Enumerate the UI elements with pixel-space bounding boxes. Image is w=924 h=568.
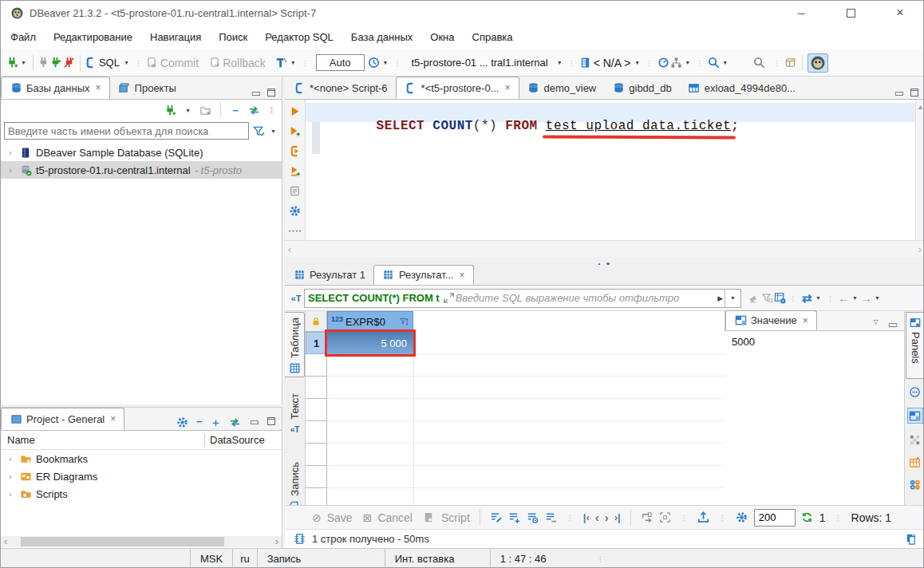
- panels-toggle[interactable]: Panels: [906, 312, 924, 379]
- disconnect-all-icon[interactable]: [63, 57, 76, 69]
- tab-project-general[interactable]: Project - General ×: [1, 408, 124, 430]
- project-expand-icon[interactable]: ＋: [211, 416, 221, 430]
- expander-icon[interactable]: ›: [6, 148, 15, 157]
- column-name[interactable]: Name: [1, 434, 204, 446]
- tab-databases-close-icon[interactable]: ×: [96, 82, 101, 93]
- execute-script-new-icon[interactable]: [289, 164, 302, 177]
- project-collapse-icon[interactable]: −: [196, 416, 203, 430]
- transaction-log-icon[interactable]: [368, 57, 381, 69]
- value-panel-close-icon[interactable]: ×: [803, 315, 808, 326]
- grid-settings-icon[interactable]: [736, 511, 748, 524]
- menu-windows[interactable]: Окна: [430, 31, 454, 43]
- fetch-page-icon[interactable]: [641, 511, 654, 524]
- language-segment[interactable]: ru: [232, 549, 257, 568]
- link-with-editor-icon[interactable]: [248, 104, 261, 116]
- editor-vscrollbar[interactable]: ▲: [915, 100, 924, 240]
- global-search-icon[interactable]: [752, 57, 765, 69]
- result-grid[interactable]: 123 EXPR$0 1 5 000: [306, 311, 725, 529]
- nav-forward-dropdown[interactable]: ▼: [875, 295, 880, 301]
- expander-icon[interactable]: ›: [6, 472, 15, 481]
- explain-plan-icon[interactable]: [289, 184, 302, 197]
- next-page-icon[interactable]: ›: [605, 511, 609, 524]
- nav-back-dropdown[interactable]: ▼: [852, 295, 858, 301]
- timezone-segment[interactable]: MSK: [190, 549, 232, 568]
- menu-edit[interactable]: Редактирование: [53, 31, 132, 43]
- collapse-all-icon[interactable]: −: [229, 104, 242, 116]
- editor-tab-exload[interactable]: exload_4994de80...: [680, 77, 804, 99]
- execute-new-tab-icon[interactable]: [289, 124, 302, 137]
- duplicate-row-icon[interactable]: [527, 511, 539, 524]
- project-hscrollbar[interactable]: ‹ ›: [1, 536, 282, 547]
- menu-help[interactable]: Справка: [472, 31, 513, 43]
- results-tab-1[interactable]: Результат 1: [285, 265, 373, 285]
- connection-selector[interactable]: t5-prostore-01 ... tral1.internal: [406, 57, 552, 69]
- fetch-all-icon[interactable]: [659, 511, 672, 524]
- scroll-left-icon[interactable]: ‹: [4, 536, 7, 547]
- sql-code-line[interactable]: SELECT COUNT(*) FROM test_upload_data.ti…: [328, 105, 739, 148]
- tab-project-close-icon[interactable]: ×: [110, 413, 116, 424]
- scroll-right-icon[interactable]: ›: [275, 536, 278, 547]
- export-data-icon[interactable]: [697, 511, 710, 524]
- tab-databases[interactable]: Базы данных ×: [1, 77, 110, 99]
- expander-icon[interactable]: ›: [6, 455, 15, 463]
- menu-sql-editor[interactable]: Редактор SQL: [265, 31, 334, 43]
- open-perspective-icon[interactable]: [784, 57, 797, 69]
- first-page-icon[interactable]: |‹: [583, 511, 590, 523]
- results-tab-2[interactable]: Результат... ×: [373, 265, 474, 285]
- database-selector[interactable]: < N/A >: [594, 57, 631, 69]
- dbeaver-account-button[interactable]: [808, 53, 828, 73]
- project-item-er-diagrams[interactable]: › ER Diagrams: [1, 467, 282, 485]
- editor-tab-t5-prostore[interactable]: *<t5-prostore-0... ×: [396, 77, 519, 99]
- sql-editor-dropdown[interactable]: ▼: [124, 60, 129, 65]
- transaction-mode-icon[interactable]: [275, 57, 288, 69]
- execute-statement-icon[interactable]: [289, 105, 302, 117]
- network-profile-dropdown[interactable]: ▼: [685, 60, 690, 65]
- new-connection-icon[interactable]: [6, 57, 18, 69]
- scroll-left-icon[interactable]: ‹: [288, 243, 291, 255]
- tab-projects[interactable]: Проекты: [110, 77, 184, 99]
- column-filter-sort-icon[interactable]: [399, 315, 409, 328]
- maximize-button[interactable]: [826, 1, 875, 25]
- menu-navigation[interactable]: Навигация: [150, 31, 201, 43]
- delete-row-icon[interactable]: [545, 511, 558, 524]
- refresh-icon[interactable]: [801, 511, 814, 524]
- editor-minimize-icon[interactable]: ▭: [894, 87, 904, 99]
- new-folder-icon[interactable]: [199, 104, 212, 116]
- project-item-bookmarks[interactable]: › Bookmarks: [1, 450, 282, 467]
- mode-segment[interactable]: Запись: [257, 549, 385, 568]
- refresh-result-icon[interactable]: ⇄: [800, 292, 813, 305]
- edit-cell-icon[interactable]: [490, 511, 503, 524]
- close-button[interactable]: ×: [875, 1, 924, 25]
- calc-panel-icon[interactable]: [909, 433, 922, 446]
- execute-script-icon[interactable]: [289, 144, 302, 157]
- reconnect-icon[interactable]: [50, 57, 63, 69]
- value-panel-menu-icon[interactable]: ▽: [874, 318, 879, 330]
- transaction-mode-dropdown[interactable]: ▼: [290, 60, 296, 65]
- object-search-dropdown[interactable]: ▼: [722, 60, 728, 65]
- fetch-size-input[interactable]: [754, 509, 796, 527]
- editor-settings-icon[interactable]: [289, 204, 302, 217]
- editor-maximize-icon[interactable]: [910, 87, 918, 99]
- grid-row-number-cell[interactable]: 1: [306, 332, 327, 354]
- value-panel-content[interactable]: 5000: [725, 331, 904, 353]
- last-page-icon[interactable]: ›|: [614, 511, 621, 523]
- aggregate-panel-icon[interactable]: [909, 478, 922, 491]
- refresh-dropdown[interactable]: ▼: [815, 295, 821, 301]
- filter-objects-dropdown[interactable]: ▼: [270, 128, 276, 134]
- scroll-right-icon[interactable]: ›: [918, 243, 922, 255]
- dashboard-icon[interactable]: [657, 57, 669, 69]
- copy-status-icon[interactable]: [904, 533, 917, 546]
- auto-commit-field[interactable]: Auto: [316, 54, 365, 71]
- filter-input-field[interactable]: SELECT COUNT(*) FROM t Введите SQL выраж…: [304, 289, 741, 308]
- cursor-position-segment[interactable]: 1 : 47 : 46: [490, 549, 594, 568]
- new-connection-small-icon[interactable]: [164, 104, 176, 116]
- expand-filter-icon[interactable]: [443, 292, 456, 305]
- side-tab-text[interactable]: Текст «T: [285, 389, 305, 451]
- project-settings-icon[interactable]: [176, 416, 188, 428]
- prev-page-icon[interactable]: ‹: [595, 511, 599, 524]
- expander-icon[interactable]: ›: [6, 166, 15, 175]
- column-datasource[interactable]: DataSource: [205, 434, 282, 446]
- editor-hscrollbar[interactable]: ‹ ›: [285, 240, 924, 257]
- network-profile-icon[interactable]: [669, 57, 682, 69]
- databases-maximize-icon[interactable]: [267, 87, 275, 99]
